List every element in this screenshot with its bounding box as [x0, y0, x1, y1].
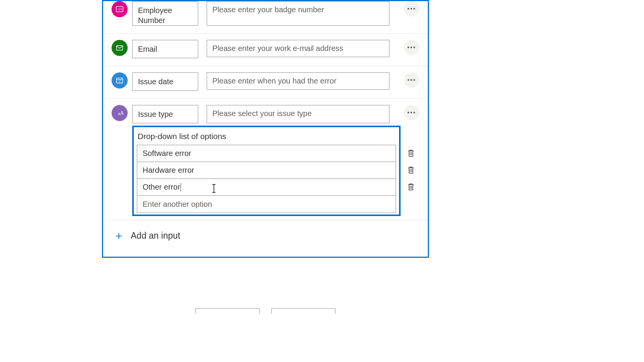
dropdown-options-table: Software error Hardware error Other erro… — [137, 145, 396, 213]
delete-option-button[interactable] — [407, 182, 415, 192]
field-name-input[interactable]: Issue date — [132, 72, 198, 91]
flow-trigger-card: 123 Employee Number Please enter your ba… — [102, 0, 429, 258]
field-name-input[interactable]: Employee Number — [132, 1, 198, 26]
dropdown-option[interactable]: Software error — [137, 145, 396, 162]
trash-column — [407, 149, 415, 192]
more-button[interactable]: ••• — [404, 40, 419, 55]
svg-text:A: A — [120, 110, 123, 116]
mail-icon — [112, 40, 128, 56]
delete-option-button[interactable] — [407, 149, 415, 158]
dropdown-options-title: Drop-down list of options — [137, 130, 396, 145]
field-desc-input[interactable]: Please select your issue type — [207, 105, 389, 123]
calendar-icon: 21 — [112, 72, 128, 88]
field-desc-input[interactable]: Please enter your work e-mail address — [207, 40, 389, 57]
partial-button[interactable] — [196, 308, 260, 314]
dropdown-new-option-input[interactable]: Enter another option — [137, 196, 396, 213]
more-button[interactable]: ••• — [404, 72, 419, 88]
add-input-button[interactable]: ＋ Add an input — [103, 220, 428, 257]
partial-button[interactable] — [271, 308, 335, 314]
number-icon: 123 — [112, 1, 128, 17]
dropdown-option[interactable]: Other error — [137, 179, 396, 196]
more-button[interactable]: ••• — [404, 1, 419, 16]
dropdown-option-text: Other error — [143, 183, 180, 192]
svg-text:123: 123 — [117, 8, 122, 11]
more-button[interactable]: ••• — [404, 105, 419, 120]
input-row-issue-date[interactable]: 21 Issue date Please enter when you had … — [103, 66, 428, 99]
input-row-email[interactable]: Email Please enter your work e-mail addr… — [103, 34, 428, 66]
field-desc-input[interactable]: Please enter your badge number — [207, 1, 389, 26]
input-row-employee-number[interactable]: 123 Employee Number Please enter your ba… — [103, 1, 428, 34]
text-cursor-icon — [210, 183, 218, 193]
text-icon: ᴀA — [112, 105, 128, 121]
field-name-input[interactable]: Issue type — [132, 105, 198, 123]
plus-icon: ＋ — [113, 228, 125, 244]
add-input-label: Add an input — [131, 231, 180, 241]
svg-rect-2 — [117, 46, 123, 50]
dropdown-option[interactable]: Hardware error — [137, 162, 396, 179]
delete-option-button[interactable] — [407, 165, 415, 175]
svg-text:21: 21 — [118, 80, 122, 83]
dropdown-options-box: Drop-down list of options Software error… — [132, 126, 401, 216]
field-name-input[interactable]: Email — [132, 40, 198, 58]
input-row-issue-type[interactable]: ᴀA Issue type Please select your issue t… — [103, 99, 428, 220]
field-desc-input[interactable]: Please enter when you had the error — [207, 72, 389, 90]
